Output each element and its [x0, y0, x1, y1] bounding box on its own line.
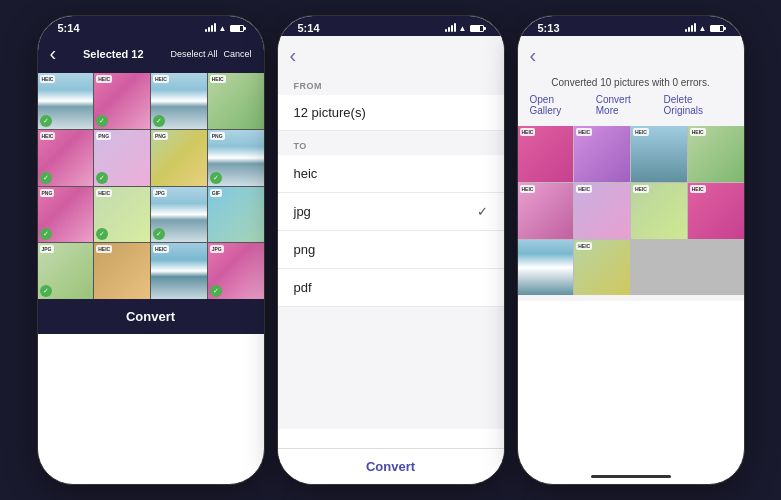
photo-cell[interactable]: HEIC	[94, 243, 150, 299]
status-bar-1: 5:14 ▲	[38, 16, 264, 36]
phone-3: 5:13 ▲ ‹ Converted 10 pictures with 0 er…	[517, 15, 745, 485]
phone-2: 5:14 ▲ ‹ FROM 12 picture(s) TO heicjpg✓p…	[277, 15, 505, 485]
photo-cell[interactable]: HEIC	[151, 243, 207, 299]
photo-cell[interactable]: HEIC✓	[38, 130, 94, 186]
battery-icon-1	[230, 25, 244, 32]
home-indicator-3	[591, 475, 671, 478]
result-photo-cell: HEIC	[518, 126, 574, 182]
format-label: heic	[294, 166, 318, 181]
from-value: 12 picture(s)	[278, 95, 504, 131]
convert-button-2[interactable]: Convert	[278, 448, 504, 484]
photo-badge: PNG	[153, 132, 168, 140]
photo-cell[interactable]: GIF	[208, 187, 264, 243]
result-photo-cell: HEIC	[631, 126, 687, 182]
result-photo-cell: HEIC	[688, 183, 744, 239]
check-mark: ✓	[40, 285, 52, 297]
header-center-1: Selected 12	[83, 48, 144, 60]
back-button-2[interactable]: ‹	[290, 44, 297, 67]
result-photo-cell: HEIC	[688, 126, 744, 182]
battery-icon-2	[470, 25, 484, 32]
format-label: png	[294, 242, 316, 257]
time-3: 5:13	[538, 22, 560, 34]
photo-grid: HEIC✓HEIC✓HEIC✓HEICHEIC✓PNG✓PNGPNG✓PNG✓H…	[38, 73, 264, 299]
phone2-nav: ‹	[278, 36, 504, 71]
result-photo-cell: HEIC	[631, 183, 687, 239]
photo-badge: JPG	[153, 189, 167, 197]
photo-cell[interactable]: JPG✓	[38, 243, 94, 299]
back-button-1[interactable]: ‹	[50, 42, 57, 65]
photo-badge: HEIC	[210, 75, 226, 83]
format-option-heic[interactable]: heic	[278, 155, 504, 193]
time-2: 5:14	[298, 22, 320, 34]
check-mark: ✓	[153, 115, 165, 127]
selected-text: Selected 12	[83, 48, 144, 60]
format-option-pdf[interactable]: pdf	[278, 269, 504, 307]
check-mark: ✓	[210, 172, 222, 184]
format-label: pdf	[294, 280, 312, 295]
photo-badge: HEIC	[153, 245, 169, 253]
photo-badge: GIF	[210, 189, 222, 197]
screens-container: 5:14 ▲ ‹ Selected 12 Deselect All Cancel	[27, 5, 755, 495]
action-link-2[interactable]: Delete Originals	[664, 94, 732, 116]
phone-1: 5:14 ▲ ‹ Selected 12 Deselect All Cancel	[37, 15, 265, 485]
deselect-all-button[interactable]: Deselect All	[170, 49, 217, 59]
back-button-3[interactable]: ‹	[530, 44, 537, 67]
photo-cell[interactable]: HEIC✓	[38, 73, 94, 129]
photo-cell[interactable]: HEIC	[208, 73, 264, 129]
photo-badge: JPG	[40, 245, 54, 253]
photo-cell[interactable]: PNG✓	[38, 187, 94, 243]
result-badge: HEIC	[576, 128, 592, 136]
format-option-jpg[interactable]: jpg✓	[278, 193, 504, 231]
photo-cell[interactable]: HEIC✓	[94, 73, 150, 129]
phone1-header: ‹ Selected 12 Deselect All Cancel	[38, 36, 264, 73]
action-link-0[interactable]: Open Gallery	[530, 94, 586, 116]
to-options: heicjpg✓pngpdf	[278, 155, 504, 307]
status-icons-2: ▲	[445, 24, 484, 33]
photo-cell[interactable]: HEIC✓	[94, 187, 150, 243]
photo-badge: HEIC	[153, 75, 169, 83]
action-link-1[interactable]: Convert More	[596, 94, 654, 116]
check-mark: ✓	[40, 172, 52, 184]
phone3-body: Converted 10 pictures with 0 errors. Ope…	[518, 71, 744, 301]
result-badge: HEIC	[576, 242, 592, 250]
result-badge: HEIC	[633, 128, 649, 136]
photo-cell[interactable]: JPG✓	[208, 243, 264, 299]
wifi-icon-1: ▲	[219, 24, 227, 33]
photo-badge: PNG	[40, 189, 55, 197]
battery-icon-3	[710, 25, 724, 32]
to-label: TO	[278, 131, 504, 155]
result-photo-cell	[518, 240, 574, 296]
cancel-button-1[interactable]: Cancel	[223, 49, 251, 59]
result-badge: HEIC	[690, 185, 706, 193]
phone2-body: FROM 12 picture(s) TO heicjpg✓pngpdf	[278, 71, 504, 429]
photo-cell[interactable]: JPG✓	[151, 187, 207, 243]
wifi-icon-2: ▲	[459, 24, 467, 33]
result-photo-cell: HEIC	[574, 240, 630, 296]
action-links: Open GalleryConvert MoreDelete Originals	[530, 94, 732, 116]
convert-button-1[interactable]: Convert	[38, 299, 264, 334]
result-badge: HEIC	[576, 185, 592, 193]
signal-icon-2	[445, 24, 456, 32]
signal-icon-1	[205, 24, 216, 32]
from-label: FROM	[278, 71, 504, 95]
photo-badge: PNG	[210, 132, 225, 140]
phone3-nav: ‹	[518, 36, 744, 71]
status-icons-3: ▲	[685, 24, 724, 33]
format-option-png[interactable]: png	[278, 231, 504, 269]
selected-check-icon: ✓	[477, 204, 488, 219]
time-1: 5:14	[58, 22, 80, 34]
photo-cell[interactable]: PNG✓	[208, 130, 264, 186]
result-badge: HEIC	[520, 185, 536, 193]
format-label: jpg	[294, 204, 311, 219]
result-photo-cell: HEIC	[574, 126, 630, 182]
photo-badge: HEIC	[40, 132, 56, 140]
wifi-icon-3: ▲	[699, 24, 707, 33]
status-bar-3: 5:13 ▲	[518, 16, 744, 36]
check-mark: ✓	[96, 172, 108, 184]
check-mark: ✓	[210, 285, 222, 297]
photo-cell[interactable]: HEIC✓	[151, 73, 207, 129]
photo-cell[interactable]: PNG✓	[94, 130, 150, 186]
result-photo-cell: HEIC	[574, 183, 630, 239]
photo-cell[interactable]: PNG	[151, 130, 207, 186]
signal-icon-3	[685, 24, 696, 32]
